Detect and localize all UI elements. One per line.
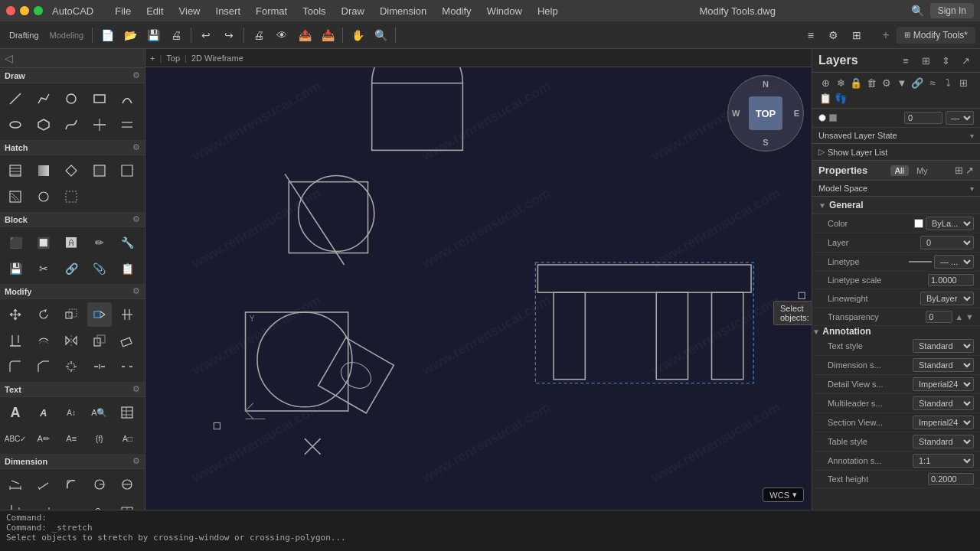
grid-button[interactable]: ⊞ xyxy=(846,24,867,46)
layer-xref-icon[interactable]: 🔗 xyxy=(910,76,924,90)
workspace-selector[interactable]: Drafting xyxy=(5,24,44,46)
mirror-tool[interactable] xyxy=(59,328,83,353)
offset-tool[interactable] xyxy=(31,328,56,353)
layer-new-icon[interactable]: ⊕ xyxy=(818,76,832,90)
layer-linetype-dropdown[interactable]: — xyxy=(946,111,974,125)
preview-button[interactable]: 👁 xyxy=(271,24,292,46)
text-style-tool[interactable]: A↕ xyxy=(59,400,83,425)
layer-prop-dropdown[interactable]: 0 xyxy=(920,236,974,249)
filter-all-btn[interactable]: All xyxy=(890,165,909,176)
layer-paste-icon[interactable]: 📋 xyxy=(818,91,832,105)
fillet-tool[interactable] xyxy=(3,354,28,379)
layer-delete-icon[interactable]: 🗑 xyxy=(864,76,878,90)
continue-dim-tool[interactable] xyxy=(59,498,83,510)
layers-button[interactable]: ≡ xyxy=(800,24,822,46)
text-style-dropdown[interactable]: Standard xyxy=(913,339,974,353)
add-tab-button[interactable]: + xyxy=(875,24,897,46)
find-text-tool[interactable]: A🔍 xyxy=(87,400,112,425)
menu-file[interactable]: File xyxy=(109,4,137,18)
wipeout-tool[interactable] xyxy=(115,158,139,183)
redo-button[interactable]: ↪ xyxy=(218,24,240,46)
menu-modify[interactable]: Modify xyxy=(436,4,477,18)
nav-circle[interactable]: N S E W TOP xyxy=(727,75,804,152)
wireframe-mode-label[interactable]: 2D Wireframe xyxy=(191,54,243,63)
chamfer-tool[interactable] xyxy=(31,354,56,379)
navigation-cube[interactable]: N S E W TOP xyxy=(727,75,804,152)
quick-dim-tool[interactable]: Q xyxy=(87,498,112,510)
menu-edit[interactable]: Edit xyxy=(140,4,169,18)
import-button[interactable]: 📥 xyxy=(317,24,338,46)
circle-tool[interactable] xyxy=(59,86,83,111)
draw-gear-icon[interactable]: ⚙ xyxy=(132,70,140,80)
gradient-tool[interactable] xyxy=(31,158,56,183)
spline-tool[interactable] xyxy=(59,112,83,137)
transparency-input[interactable] xyxy=(926,311,952,323)
draw-section-header[interactable]: Draw ⚙ xyxy=(0,68,145,83)
color-swatch[interactable] xyxy=(914,219,923,228)
baseline-dim-tool[interactable] xyxy=(31,498,56,510)
layer-filter-icon[interactable]: ▼ xyxy=(895,76,909,90)
pan-button[interactable]: ✋ xyxy=(347,24,368,46)
layers-settings-icon[interactable]: ⊞ xyxy=(917,52,934,69)
dimension-gear-icon[interactable]: ⚙ xyxy=(132,456,140,466)
layer-settings2-icon[interactable]: ⚙ xyxy=(880,76,893,90)
view-button[interactable]: + xyxy=(150,54,155,63)
hatch-gear-icon[interactable]: ⚙ xyxy=(132,142,140,152)
line-tool[interactable] xyxy=(3,86,28,111)
text-gear-icon[interactable]: ⚙ xyxy=(132,384,140,394)
text-mask-tool[interactable]: A□ xyxy=(115,426,139,451)
new-file-button[interactable]: 📄 xyxy=(96,24,118,46)
extref-tool[interactable]: 📋 xyxy=(115,256,139,281)
block-section-header[interactable]: Block ⚙ xyxy=(0,212,145,227)
rectangle-tool[interactable] xyxy=(87,86,112,111)
break-tool[interactable] xyxy=(115,354,139,379)
radius-dim-tool[interactable] xyxy=(87,472,112,497)
undo-button[interactable]: ↩ xyxy=(195,24,217,46)
menu-help[interactable]: Help xyxy=(531,4,564,18)
clip-tool[interactable]: ✂ xyxy=(31,256,56,281)
hatch2-tool[interactable] xyxy=(31,184,56,209)
aligned-dim-tool[interactable] xyxy=(31,472,56,497)
linetype-dropdown[interactable]: — ... xyxy=(934,255,974,269)
layer-walk-icon[interactable]: 👣 xyxy=(834,91,848,105)
scale-tool[interactable] xyxy=(59,302,83,327)
maximize-button[interactable] xyxy=(34,6,43,15)
attrib-edit-tool[interactable]: ✏ xyxy=(87,230,112,255)
explode-tool[interactable] xyxy=(59,354,83,379)
wcs-badge[interactable]: WCS ▾ xyxy=(763,487,804,502)
xline-tool[interactable] xyxy=(87,112,112,137)
erase-tool[interactable] xyxy=(115,328,139,353)
annotation-section-header[interactable]: ▼ Annotation xyxy=(812,326,980,337)
zoom-button[interactable]: 🔍 xyxy=(370,24,391,46)
canvas-main[interactable]: www.renrensucai.com www.renrensucai.com … xyxy=(145,67,812,510)
filter-my-btn[interactable]: My xyxy=(912,165,933,176)
publish-button[interactable]: 🖨 xyxy=(165,24,187,46)
layer-state-dropdown-icon[interactable]: ▾ xyxy=(970,132,974,140)
attrib-tool[interactable]: 🅰 xyxy=(59,230,83,255)
transparency-down-icon[interactable]: ▼ xyxy=(965,312,974,321)
layer-merge-icon[interactable]: ⤵ xyxy=(941,76,955,90)
layer-copy-icon[interactable]: ⊞ xyxy=(956,76,970,90)
menu-draw[interactable]: Draw xyxy=(335,4,371,18)
show-layer-list-row[interactable]: ▷ Show Layer List xyxy=(812,144,980,161)
hatch-tool[interactable] xyxy=(3,158,28,183)
hatchedit-tool[interactable] xyxy=(3,184,28,209)
props-icon-2[interactable]: ↗ xyxy=(965,165,974,176)
polygon-tool[interactable] xyxy=(31,112,56,137)
detail-view-dropdown[interactable]: Imperial24 xyxy=(913,377,974,391)
copy-tool[interactable] xyxy=(87,328,112,353)
save-file-button[interactable]: 💾 xyxy=(142,24,164,46)
angular-dim-tool[interactable] xyxy=(59,472,83,497)
text-section-header[interactable]: Text ⚙ xyxy=(0,382,145,397)
menu-format[interactable]: Format xyxy=(250,4,293,18)
layer-match-icon[interactable]: ≈ xyxy=(926,76,939,90)
layer-freeze-icon[interactable]: ❄ xyxy=(834,76,848,90)
menu-window[interactable]: Window xyxy=(481,4,528,18)
ordinate-dim-tool[interactable] xyxy=(3,498,28,510)
rotate-tool[interactable] xyxy=(31,302,56,327)
section-view-dropdown[interactable]: Imperial24 xyxy=(913,416,974,429)
wblock-tool[interactable]: 💾 xyxy=(3,256,28,281)
extend-tool[interactable] xyxy=(3,328,28,353)
move-tool[interactable] xyxy=(3,302,28,327)
search-icon[interactable]: 🔍 xyxy=(911,5,924,17)
